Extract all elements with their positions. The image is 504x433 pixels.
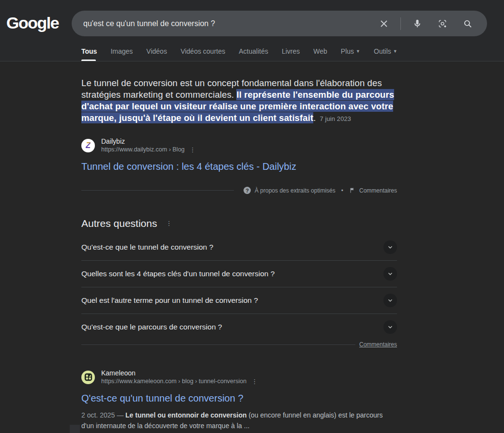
paa-question-row[interactable]: Qu'est-ce que le tunnel de conversion ?: [81, 234, 397, 261]
snippet-text-period: .: [313, 113, 316, 123]
kebab-menu-icon[interactable]: ⋮: [251, 379, 258, 384]
about-snippets-link[interactable]: À propos des extraits optimisés: [255, 187, 336, 194]
search-input[interactable]: qu'est ce qu'un tunnel de conversion ?: [83, 19, 374, 28]
tab-images[interactable]: Images: [110, 47, 133, 61]
tab-tous[interactable]: Tous: [81, 47, 97, 61]
result-date: 2 oct. 2025 —: [81, 411, 125, 419]
organic-result: Kameleoon https://www.kameleoon.com › bl…: [81, 369, 397, 431]
snippet-footer: ? À propos des extraits optimisés • Comm…: [81, 187, 397, 194]
result-tabs: Tous Images Vidéos Vidéos courtes Actual…: [81, 43, 397, 61]
flag-icon: [349, 187, 355, 194]
site-name: Kameleoon: [101, 369, 258, 377]
results-area: Le tunnel de conversion est un concept f…: [0, 61, 504, 431]
paa-question-row[interactable]: Quelles sont les 4 étapes clés d'un tunn…: [81, 261, 397, 287]
expand-chevron-icon[interactable]: [383, 320, 397, 334]
help-icon[interactable]: ?: [244, 187, 251, 194]
browser-status-sliver: [70, 425, 80, 433]
expand-chevron-icon[interactable]: [383, 267, 397, 281]
google-logo[interactable]: Google: [6, 14, 59, 32]
tab-web[interactable]: Web: [313, 47, 327, 61]
expand-chevron-icon[interactable]: [383, 240, 397, 254]
search-header: Google qu'est ce qu'un tunnel de convers…: [0, 0, 504, 61]
site-name: Dailybiz: [101, 137, 196, 146]
site-url: https://www.dailybiz.com › Blog: [101, 146, 184, 154]
kebab-menu-icon[interactable]: ⋮: [166, 221, 172, 226]
tab-videos[interactable]: Vidéos: [146, 47, 167, 61]
tab-plus[interactable]: Plus▼: [341, 47, 360, 61]
expand-chevron-icon[interactable]: [383, 294, 397, 307]
lens-camera-icon[interactable]: [433, 14, 452, 33]
featured-result-title-link[interactable]: Tunnel de conversion : les 4 étapes clés…: [81, 161, 296, 172]
divider-line: [81, 190, 234, 191]
featured-snippet-text: Le tunnel de conversion est un concept f…: [81, 77, 397, 125]
kebab-menu-icon[interactable]: ⋮: [189, 148, 196, 152]
tab-actualites[interactable]: Actualités: [239, 47, 268, 61]
tab-outils[interactable]: Outils▼: [374, 47, 397, 61]
paa-feedback-link[interactable]: Commentaires: [359, 341, 397, 348]
kameleoon-favicon-icon: [81, 371, 95, 384]
paa-question-row[interactable]: Qu'est-ce que le parcours de conversion …: [81, 314, 397, 340]
dot-separator: •: [341, 187, 343, 194]
site-url: https://www.kameleoon.com › blog › tunne…: [101, 377, 246, 386]
result-title-link[interactable]: Q'est-ce qu'un tunnel de conversion ?: [81, 393, 244, 404]
paa-question-row[interactable]: Quel est l'autre terme pour un tunnel de…: [81, 287, 397, 314]
divider-line: [81, 344, 355, 345]
search-divider: [400, 17, 401, 30]
chevron-down-icon: ▼: [393, 49, 397, 54]
feedback-link[interactable]: Commentaires: [359, 187, 397, 194]
tab-livres[interactable]: Livres: [282, 47, 300, 61]
result-source[interactable]: Kameleoon https://www.kameleoon.com › bl…: [81, 369, 397, 386]
microphone-icon[interactable]: [408, 14, 427, 33]
result-description: 2 oct. 2025 — Le tunnel ou entonnoir de …: [81, 410, 397, 431]
snippet-date: 7 juin 2023: [320, 115, 351, 122]
search-box[interactable]: qu'est ce qu'un tunnel de conversion ?: [72, 11, 487, 36]
people-also-ask-list: Qu'est-ce que le tunnel de conversion ? …: [81, 234, 397, 340]
search-icon[interactable]: [458, 14, 477, 33]
people-also-ask-title: Autres questions: [81, 218, 157, 229]
featured-snippet-source[interactable]: Z Dailybiz https://www.dailybiz.com › Bl…: [81, 137, 397, 154]
tab-videos-courtes[interactable]: Vidéos courtes: [181, 47, 225, 61]
clear-icon[interactable]: [374, 14, 394, 33]
chevron-down-icon: ▼: [356, 49, 360, 54]
dailybiz-favicon-icon: Z: [81, 139, 95, 152]
